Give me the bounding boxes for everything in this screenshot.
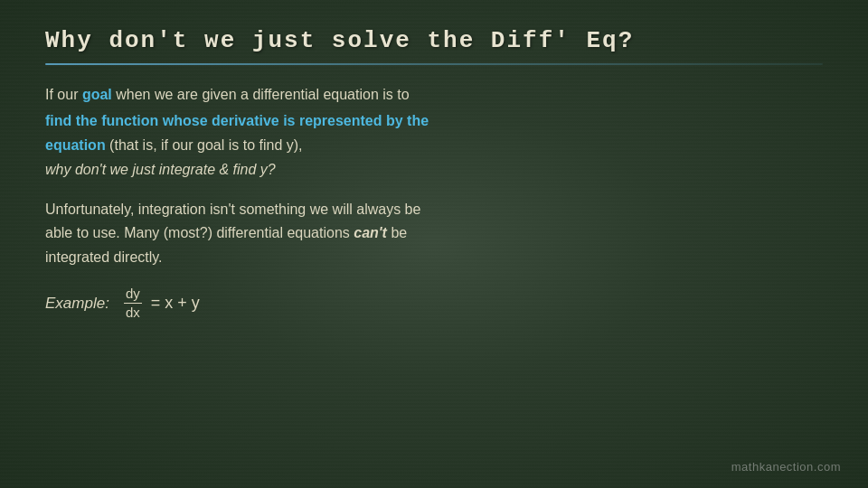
content-area: If our goal when we are given a differen… — [45, 83, 823, 321]
example-row: Example: dy dx = x + y — [45, 286, 823, 321]
para5-cant: can't — [354, 225, 387, 240]
para1-suffix: when we are given a differential equatio… — [112, 87, 410, 102]
dy-dx-fraction: dy dx — [124, 286, 142, 321]
para1-goal: goal — [82, 87, 112, 102]
paragraph-3: equation (that is, if our goal is to fin… — [45, 134, 823, 157]
paragraph-1: If our goal when we are given a differen… — [45, 83, 823, 107]
paragraph-2: find the function whose derivative is re… — [45, 110, 823, 132]
para3-cyan: equation — [45, 137, 106, 153]
equation-rhs: = x + y — [151, 290, 200, 316]
chalkboard: Why don't we just solve the Diff' Eq? If… — [0, 0, 868, 488]
paragraph-4: why don't we just integrate & find y? — [45, 158, 823, 182]
example-label: Example: — [45, 291, 109, 315]
watermark: mathkanection.com — [731, 460, 841, 474]
paragraph-5: Unfortunately, integration isn't somethi… — [45, 198, 823, 269]
para5-line2: able to use. Many (most?) differential e… — [45, 225, 354, 240]
fraction-numerator: dy — [124, 286, 142, 304]
page-title: Why don't we just solve the Diff' Eq? — [45, 27, 823, 54]
title-divider — [45, 63, 823, 65]
fraction-equation: dy dx = x + y — [124, 286, 200, 321]
para5-line1: Unfortunately, integration isn't somethi… — [45, 202, 420, 217]
para5-line4: integrated directly. — [45, 249, 163, 265]
para3-suffix: (that is, if our goal is to find y), — [106, 137, 303, 153]
fraction-denominator: dx — [124, 304, 142, 321]
para1-prefix: If our — [45, 87, 82, 102]
para5-line3: be — [387, 225, 407, 240]
